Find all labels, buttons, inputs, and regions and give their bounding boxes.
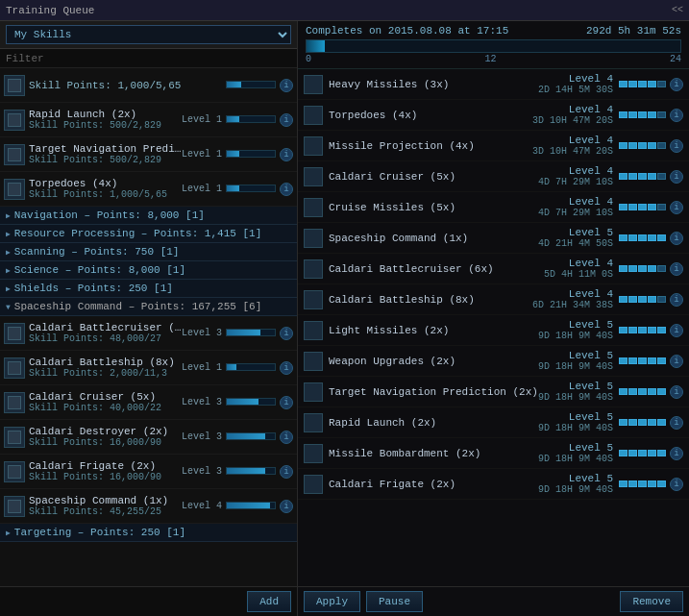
- filter-bar: Filter: [0, 49, 297, 68]
- right-skill-item[interactable]: Caldari Battlecruiser (6x) Level 4 5D 4H…: [298, 254, 689, 284]
- close-button[interactable]: <<: [672, 5, 683, 15]
- right-level: Level 5: [569, 411, 613, 423]
- right-skill-list[interactable]: Heavy Missiles (3x) Level 4 2D 14H 5M 30…: [298, 69, 689, 586]
- dot: [648, 204, 656, 210]
- pause-button[interactable]: Pause: [366, 591, 423, 612]
- right-skill-name: Cruise Missiles (5x): [329, 202, 538, 213]
- skill-bar-container: [226, 467, 276, 476]
- right-skill-item[interactable]: Missile Projection (4x) Level 4 3D 10H 4…: [298, 131, 689, 161]
- info-icon[interactable]: i: [670, 78, 683, 91]
- dot: [648, 419, 656, 426]
- right-skill-item[interactable]: Missile Bombardment (2x) Level 5 9D 18H …: [298, 438, 689, 469]
- skill-item: Caldari Destroyer (2x) Skill Points: 16,…: [0, 420, 297, 455]
- right-skill-item[interactable]: Caldari Battleship (8x) Level 4 6D 21H 3…: [298, 284, 689, 315]
- right-skill-icon: [304, 75, 323, 94]
- right-level: Level 4: [569, 73, 613, 85]
- right-skill-item[interactable]: Target Navigation Prediction (2x) Level …: [298, 377, 689, 407]
- right-skill-item[interactable]: Rapid Launch (2x) Level 5 9D 18H 9M 40S: [298, 407, 689, 438]
- info-icon[interactable]: i: [280, 183, 293, 196]
- right-level: Level 4: [569, 258, 613, 269]
- right-duration: 4D 7H 29M 10S: [538, 208, 613, 218]
- right-skill-icon: [304, 444, 323, 463]
- dot: [657, 111, 666, 118]
- right-duration: 4D 7H 29M 10S: [538, 177, 613, 187]
- right-skill-name: Caldari Battlecruiser (6x): [329, 263, 544, 275]
- right-level: Level 5: [569, 227, 613, 238]
- right-skill-item[interactable]: Heavy Missiles (3x) Level 4 2D 14H 5M 30…: [298, 69, 689, 100]
- skill-dots: [619, 450, 666, 456]
- group-label: Navigation – Points: 8,000 [1]: [14, 209, 205, 221]
- info-icon[interactable]: i: [280, 500, 293, 513]
- info-icon[interactable]: i: [670, 262, 683, 276]
- skill-bar: [226, 329, 276, 336]
- right-panel: Completes on 2015.08.08 at 17:15 292d 5h…: [298, 21, 689, 616]
- skill-name: Caldari Frigate (2x): [29, 460, 182, 472]
- skill-bar-container: [226, 363, 276, 372]
- remove-button[interactable]: Remove: [620, 591, 683, 612]
- group-label: Shields – Points: 250 [1]: [14, 283, 173, 294]
- right-skill-item[interactable]: Light Missiles (2x) Level 5 9D 18H 9M 40…: [298, 315, 689, 346]
- skill-bar-container: [226, 115, 276, 124]
- info-icon[interactable]: i: [280, 431, 293, 444]
- dot: [619, 173, 627, 180]
- group-header-spaceship[interactable]: ▼ Spaceship Command – Points: 167,255 [6…: [0, 298, 297, 316]
- info-icon[interactable]: i: [670, 109, 683, 122]
- info-icon[interactable]: i: [280, 361, 293, 375]
- info-icon[interactable]: i: [670, 201, 683, 214]
- skill-item: Caldari Frigate (2x) Skill Points: 16,00…: [0, 455, 297, 489]
- apply-button[interactable]: Apply: [304, 591, 360, 612]
- skill-icon: [4, 75, 25, 96]
- skill-name: Target Navigation Predict: [29, 143, 182, 155]
- info-icon[interactable]: i: [280, 396, 293, 409]
- dot: [628, 327, 637, 333]
- skill-name: Spaceship Command (1x): [29, 495, 182, 506]
- right-skill-item[interactable]: Spaceship Command (1x) Level 5 4D 21H 4M…: [298, 223, 689, 254]
- info-icon[interactable]: i: [670, 139, 683, 153]
- right-bar-area: [619, 296, 666, 303]
- info-icon[interactable]: i: [670, 447, 683, 460]
- info-icon[interactable]: i: [670, 416, 683, 430]
- right-duration: 9D 18H 9M 40S: [538, 423, 613, 433]
- right-level: Level 5: [569, 473, 613, 484]
- left-skill-list[interactable]: Skill Points: 1,000/5,65 i Rapid Launch …: [0, 68, 297, 586]
- group-header-science[interactable]: ▶ Science – Points: 8,000 [1]: [0, 261, 297, 280]
- info-icon[interactable]: i: [280, 79, 293, 92]
- dot: [648, 142, 656, 149]
- info-icon[interactable]: i: [280, 465, 293, 479]
- right-skill-item[interactable]: Torpedoes (4x) Level 4 3D 10H 47M 20S: [298, 100, 689, 131]
- right-skill-item[interactable]: Caldari Frigate (2x) Level 5 9D 18H 9M 4…: [298, 469, 689, 500]
- info-icon[interactable]: i: [280, 113, 293, 127]
- info-icon[interactable]: i: [670, 293, 683, 307]
- right-duration: 3D 10H 47M 20S: [532, 146, 613, 157]
- info-icon[interactable]: i: [280, 148, 293, 161]
- dot: [638, 296, 647, 303]
- right-skill-icon: [304, 259, 323, 279]
- dot: [648, 327, 656, 333]
- skill-dots: [619, 388, 666, 395]
- group-header-navigation[interactable]: ▶ Navigation – Points: 8,000 [1]: [0, 207, 297, 225]
- right-level: Level 5: [569, 319, 613, 331]
- right-skill-item[interactable]: Weapon Upgrades (2x) Level 5 9D 18H 9M 4…: [298, 346, 689, 377]
- dot: [619, 142, 627, 149]
- group-header-scanning[interactable]: ▶ Scanning – Points: 750 [1]: [0, 243, 297, 261]
- completes-label: Completes on 2015.08.08 at 17:15: [306, 25, 508, 37]
- group-header-shields[interactable]: ▶ Shields – Points: 250 [1]: [0, 280, 297, 298]
- skill-name: Skill Points: 1,000/5,65: [29, 80, 226, 91]
- right-duration: 9D 18H 9M 40S: [538, 331, 613, 341]
- info-icon[interactable]: i: [280, 327, 293, 340]
- skill-text: Caldari Destroyer (2x) Skill Points: 16,…: [29, 426, 182, 448]
- info-icon[interactable]: i: [670, 355, 683, 368]
- info-icon[interactable]: i: [670, 232, 683, 245]
- right-skill-item[interactable]: Cruise Missiles (5x) Level 4 4D 7H 29M 1…: [298, 192, 689, 223]
- info-icon[interactable]: i: [670, 324, 683, 337]
- group-header-resource[interactable]: ▶ Resource Processing – Points: 1,415 [1…: [0, 225, 297, 243]
- right-skill-item[interactable]: Caldari Cruiser (5x) Level 4 4D 7H 29M 1…: [298, 161, 689, 192]
- info-icon[interactable]: i: [670, 170, 683, 184]
- group-header-targeting[interactable]: ▶ Targeting – Points: 250 [1]: [0, 524, 297, 542]
- skill-dots: [619, 142, 666, 149]
- info-icon[interactable]: i: [670, 385, 683, 399]
- skills-dropdown[interactable]: My Skills: [6, 25, 291, 44]
- content-area: My Skills Filter Skill Points: 1,000/5,6…: [0, 21, 689, 616]
- info-icon[interactable]: i: [670, 478, 683, 491]
- add-button[interactable]: Add: [247, 591, 291, 612]
